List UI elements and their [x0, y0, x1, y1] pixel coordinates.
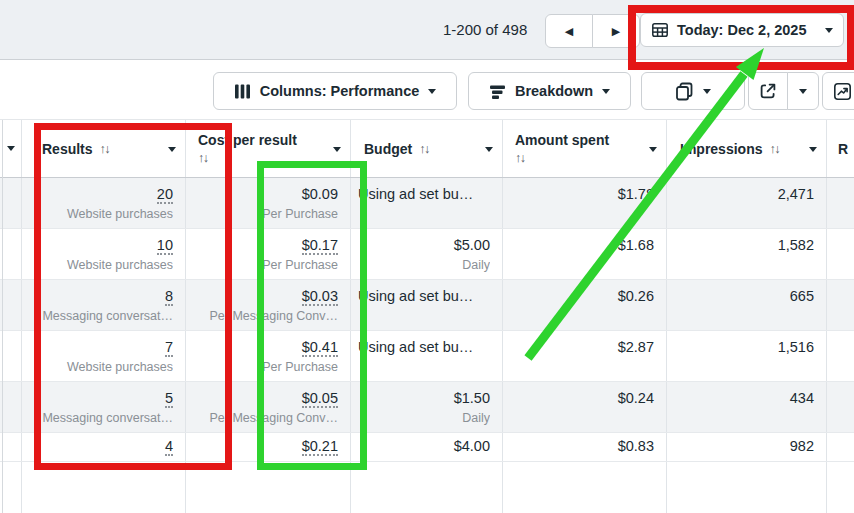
cell-budget: $4.00: [351, 433, 503, 461]
cell-blank: [351, 462, 503, 513]
cell-amount-spent: $0.83: [503, 433, 667, 461]
sort-icon: ↑↓: [100, 142, 110, 156]
cell-budget: Using ad set bu…: [351, 178, 503, 228]
chevron-down-icon: [333, 147, 341, 152]
charts-button[interactable]: [822, 72, 854, 110]
cell-amount-spent: $1.78: [503, 178, 667, 228]
sort-icon: ↑↓: [198, 149, 297, 167]
reports-button[interactable]: [641, 72, 745, 110]
chevron-down-icon: [428, 89, 436, 94]
pagination-controls: ◀ ▶: [545, 14, 640, 48]
chevron-down-icon: [825, 28, 833, 33]
cell-blank: [827, 382, 854, 432]
cell-blank: [827, 280, 854, 330]
column-header-cost-per-result[interactable]: Cost per result ↑↓: [186, 120, 351, 177]
chevron-down-icon: [602, 89, 610, 94]
table-row[interactable]: 5Messaging conversat…$0.05Per Messaging …: [0, 382, 854, 433]
export-button[interactable]: [748, 72, 788, 110]
chevron-down-icon: [649, 147, 657, 152]
cell-impressions: 434: [667, 382, 827, 432]
breakdown-icon: [489, 83, 506, 100]
cell-blank: [186, 462, 351, 513]
cell-blank: [0, 331, 22, 381]
cell-blank: [22, 462, 186, 513]
pagination-range: 1-200 of 498: [443, 21, 527, 38]
breakdown-button-label: Breakdown: [515, 83, 593, 99]
cell-results: 4: [22, 433, 186, 461]
cell-results: 5Messaging conversat…: [22, 382, 186, 432]
cell-impressions: 2,471: [667, 178, 827, 228]
calendar-icon: [651, 21, 669, 39]
sort-icon: ↑↓: [769, 142, 779, 156]
column-header-amount-spent[interactable]: Amount spent ↑↓: [503, 120, 667, 177]
cell-cost-per-result: $0.05Per Messaging Conv…: [186, 382, 351, 432]
cell-amount-spent: $0.26: [503, 280, 667, 330]
table-row[interactable]: 8Messaging conversat…$0.03Per Messaging …: [0, 280, 854, 331]
cell-cost-per-result: $0.17Per Purchase: [186, 229, 351, 279]
next-page-button[interactable]: ▶: [592, 14, 640, 48]
column-header-results[interactable]: Results ↑↓: [22, 120, 186, 177]
trend-chart-icon: [833, 82, 852, 101]
breakdown-button[interactable]: Breakdown: [468, 72, 631, 110]
cell-impressions: 1,516: [667, 331, 827, 381]
cell-impressions: 665: [667, 280, 827, 330]
cell-blank: [0, 462, 22, 513]
cell-budget: $5.00Daily: [351, 229, 503, 279]
table-filler-row: [0, 462, 854, 513]
table-row[interactable]: 10Website purchases$0.17Per Purchase$5.0…: [0, 229, 854, 280]
table-row[interactable]: 20Website purchases$0.09Per PurchaseUsin…: [0, 178, 854, 229]
prev-arrow-icon: ◀: [565, 25, 573, 38]
cell-impressions: 982: [667, 433, 827, 461]
export-options-button[interactable]: [787, 72, 819, 110]
ads-manager-screen: 1-200 of 498 ◀ ▶ Today: Dec 2, 2025: [0, 0, 854, 513]
cell-blank: [0, 229, 22, 279]
cell-amount-spent: $2.87: [503, 331, 667, 381]
chevron-down-icon: [799, 89, 807, 94]
cell-impressions: 1,582: [667, 229, 827, 279]
column-header-impressions[interactable]: Impressions ↑↓: [667, 120, 827, 177]
topbar: 1-200 of 498 ◀ ▶ Today: Dec 2, 2025: [0, 0, 854, 60]
cell-blank: [0, 433, 22, 461]
cell-blank: [503, 462, 667, 513]
chevron-down-icon: [7, 146, 15, 151]
cell-blank: [827, 229, 854, 279]
cell-budget: Using ad set bu…: [351, 280, 503, 330]
sort-icon: ↑↓: [515, 149, 609, 167]
cell-blank: [827, 178, 854, 228]
cell-blank: [667, 462, 827, 513]
cell-results: 7Website purchases: [22, 331, 186, 381]
cell-blank: [827, 462, 854, 513]
column-header-collapsed[interactable]: [0, 120, 22, 177]
cell-amount-spent: $0.24: [503, 382, 667, 432]
chevron-down-icon: [485, 147, 493, 152]
cell-cost-per-result: $0.03Per Messaging Conv…: [186, 280, 351, 330]
table-body: 20Website purchases$0.09Per PurchaseUsin…: [0, 178, 854, 513]
toolbar: Columns: Performance Breakdown: [0, 61, 854, 120]
cell-blank: [0, 178, 22, 228]
next-arrow-icon: ▶: [612, 25, 620, 38]
cell-cost-per-result: $0.41Per Purchase: [186, 331, 351, 381]
chevron-down-icon: [809, 147, 817, 152]
columns-icon: [234, 83, 251, 100]
prev-page-button[interactable]: ◀: [545, 14, 593, 48]
table-header: Results ↑↓ Cost per result ↑↓ Budget ↑↓ …: [0, 120, 854, 178]
cell-cost-per-result: $0.09Per Purchase: [186, 178, 351, 228]
cell-blank: [827, 331, 854, 381]
chevron-down-icon: [703, 89, 711, 94]
cell-blank: [827, 433, 854, 461]
reports-pages-icon: [675, 82, 694, 101]
cell-results: 20Website purchases: [22, 178, 186, 228]
columns-button[interactable]: Columns: Performance: [213, 72, 457, 110]
table-row[interactable]: 7Website purchases$0.41Per PurchaseUsing…: [0, 331, 854, 382]
export-split-button: [748, 72, 819, 110]
date-range-label: Today: Dec 2, 2025: [677, 22, 807, 38]
chevron-down-icon: [168, 147, 176, 152]
table-row[interactable]: 4$0.21$4.00$0.83982: [0, 433, 854, 462]
cell-blank: [0, 382, 22, 432]
date-range-button[interactable]: Today: Dec 2, 2025: [640, 13, 844, 47]
column-header-budget[interactable]: Budget ↑↓: [351, 120, 503, 177]
cell-results: 10Website purchases: [22, 229, 186, 279]
cell-budget: $1.50Daily: [351, 382, 503, 432]
column-header-reach-truncated[interactable]: R: [827, 120, 854, 177]
cell-blank: [0, 280, 22, 330]
